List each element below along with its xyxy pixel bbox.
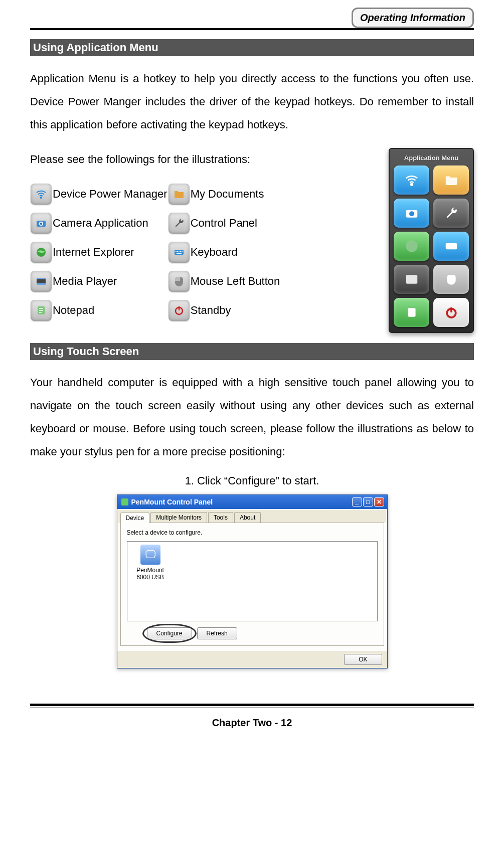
close-button[interactable]: ✕ [374,497,384,507]
app-menu-paragraph: Application Menu is a hotkey to help you… [30,67,474,137]
step-1-text: 1. Click “Configure” to start. [30,474,474,487]
label-control-panel: Control Panel [190,212,281,234]
tile-media-icon[interactable] [394,265,429,294]
tile-wrench-icon[interactable] [433,199,469,228]
label-camera-application: Camera Application [52,212,168,234]
svg-point-0 [41,197,42,198]
tile-keyboard-icon[interactable] [433,232,469,261]
penmount-dialog: PenMount Control Panel _ □ ✕ Device Mult… [117,494,388,668]
maximize-button[interactable]: □ [363,497,373,507]
icon-legend-table: Device Power Manager My Documents Camera… [30,176,280,328]
svg-rect-9 [180,251,181,252]
wrench-icon [169,213,190,234]
svg-rect-5 [175,250,184,255]
configure-button[interactable]: Configure [147,627,192,639]
tile-wifi-icon[interactable] [394,165,429,195]
application-menu-panel-title: Application Menu [394,152,469,165]
ok-button[interactable]: OK [344,654,382,665]
folder-icon [169,184,190,205]
svg-point-21 [411,183,413,185]
illustrations-lead: Please see the followings for the illust… [30,148,374,171]
dialog-app-icon [121,498,128,505]
keyboard-icon [169,242,190,263]
header-badge: Operating Information [352,8,474,28]
globe-icon [31,242,52,263]
footer-rule-thin [30,708,474,708]
svg-point-3 [40,223,42,225]
svg-rect-14 [37,283,46,285]
tile-power-icon[interactable] [433,298,469,327]
device-list[interactable]: 🖵 PenMount 6000 USB [127,541,378,621]
device-item-label: PenMount 6000 USB [130,567,171,581]
svg-rect-27 [406,275,417,284]
page-footer: Chapter Two - 12 [30,717,474,729]
tile-globe-icon[interactable] [394,232,429,261]
section-title-app-menu: Using Application Menu [30,39,474,56]
refresh-button[interactable]: Refresh [197,627,237,639]
dialog-title: PenMount Control Panel [131,498,213,506]
svg-rect-28 [408,308,415,316]
section-title-touch-screen: Using Touch Screen [30,343,474,360]
touch-screen-paragraph: Your handheld computer is equipped with … [30,371,474,464]
tab-tools[interactable]: Tools [208,512,233,523]
dialog-hint: Select a device to configure. [127,529,378,536]
label-notepad: Notepad [52,299,168,321]
minimize-button[interactable]: _ [352,497,362,507]
label-my-documents: My Documents [190,183,281,205]
label-media-player: Media Player [52,270,168,292]
mouse-icon [169,271,190,292]
header-rule [30,28,474,30]
media-player-icon [31,271,52,292]
svg-rect-26 [445,243,457,249]
svg-point-23 [409,211,414,216]
label-internet-explorer: Internet Explorer [52,241,168,263]
dialog-tabs: Device Multiple Monitors Tools About [118,510,386,523]
tile-mouse-icon[interactable] [433,265,469,294]
footer-rule-thick [30,704,474,706]
wifi-icon [31,184,52,205]
monitor-icon: 🖵 [140,545,160,565]
svg-rect-11 [177,253,182,254]
svg-rect-7 [177,251,178,252]
notepad-icon [31,300,52,321]
camera-icon [31,213,52,234]
tile-camera-icon[interactable] [394,199,429,228]
tab-multiple-monitors[interactable]: Multiple Monitors [150,512,207,523]
label-mouse-left-button: Mouse Left Button [190,270,281,292]
label-standby: Standby [190,299,281,321]
device-item-penmount[interactable]: 🖵 PenMount 6000 USB [130,545,171,581]
power-icon [169,300,190,321]
label-device-power-manager: Device Power Manager [52,183,168,205]
svg-rect-13 [37,278,46,279]
tile-notepad-icon[interactable] [394,298,429,327]
svg-rect-6 [176,251,177,252]
svg-rect-10 [182,251,183,252]
svg-point-25 [406,240,417,252]
tile-folder-icon[interactable] [433,165,469,195]
application-menu-panel: Application Menu [389,148,474,333]
dialog-titlebar: PenMount Control Panel _ □ ✕ [117,495,387,509]
tab-about[interactable]: About [234,512,261,523]
svg-rect-8 [179,251,180,252]
label-keyboard: Keyboard [190,241,281,263]
tab-device[interactable]: Device [120,513,150,523]
